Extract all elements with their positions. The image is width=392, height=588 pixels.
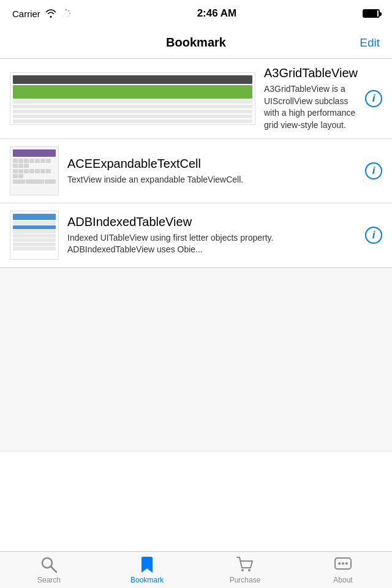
svg-point-12 [342,562,344,565]
nav-title: Bookmark [166,36,226,50]
item-description: Indexed UITableView using first letter o… [67,232,358,256]
tab-purchase-label: Purchase [230,576,261,584]
info-icon: i [365,162,382,179]
search-icon [40,556,58,574]
svg-point-1 [68,10,70,12]
status-time: 2:46 AM [197,7,237,20]
tab-bookmark[interactable]: Bookmark [98,552,196,588]
tab-bookmark-label: Bookmark [130,576,164,584]
svg-point-11 [338,562,341,565]
svg-point-4 [65,17,67,18]
info-button[interactable]: i [365,90,382,107]
item-description: A3GridTableView is a UIScrollView subcla… [264,83,358,131]
svg-point-5 [62,15,64,17]
list-item[interactable]: ADBIndexedTableView Indexed UITableView … [0,203,392,268]
empty-content [0,268,392,451]
bookmark-icon [138,556,156,574]
svg-point-3 [68,15,70,17]
item-thumbnail [10,211,59,260]
edit-button[interactable]: Edit [360,36,380,50]
item-title: ADBIndexedTableView [67,215,358,229]
status-left: Carrier [12,9,71,19]
tab-bar: Search Bookmark Purchase About [0,551,392,588]
chat-icon [334,556,352,574]
svg-point-0 [65,9,67,11]
svg-line-7 [51,567,56,572]
status-bar: Carrier 2:46 AM [0,0,392,27]
list-item[interactable]: A3GridTableView A3GridTableView is a UIS… [0,59,392,139]
info-icon: i [365,90,382,107]
nav-bar: Bookmark Edit [0,27,392,59]
tab-about-label: About [333,576,352,584]
tab-about[interactable]: About [294,552,392,588]
wifi-icon [45,9,56,18]
carrier-label: Carrier [12,9,40,19]
item-thumbnail [10,146,59,195]
svg-point-13 [345,562,348,565]
item-title: A3GridTableView [264,66,358,80]
cart-icon [236,556,254,574]
content-area: A3GridTableView A3GridTableView is a UIS… [0,59,392,551]
status-right [363,9,380,18]
item-text: A3GridTableView A3GridTableView is a UIS… [264,66,358,131]
loading-icon [61,9,71,18]
item-thumbnail [10,72,255,125]
tab-search-label: Search [37,576,61,584]
svg-point-9 [248,569,251,571]
list-item[interactable]: ACEExpandableTextCell TextView inside an… [0,139,392,203]
item-description: TextView inside an expandable TableViewC… [67,174,358,186]
tab-purchase[interactable]: Purchase [196,552,294,588]
item-text: ADBIndexedTableView Indexed UITableView … [67,215,358,256]
battery-icon [363,9,380,18]
svg-point-8 [241,569,244,571]
svg-point-2 [69,13,70,15]
info-icon: i [365,227,382,244]
tab-search[interactable]: Search [0,552,98,588]
item-title: ACEExpandableTextCell [67,157,358,171]
info-button[interactable]: i [365,227,382,244]
info-button[interactable]: i [365,162,382,179]
item-text: ACEExpandableTextCell TextView inside an… [67,157,358,186]
